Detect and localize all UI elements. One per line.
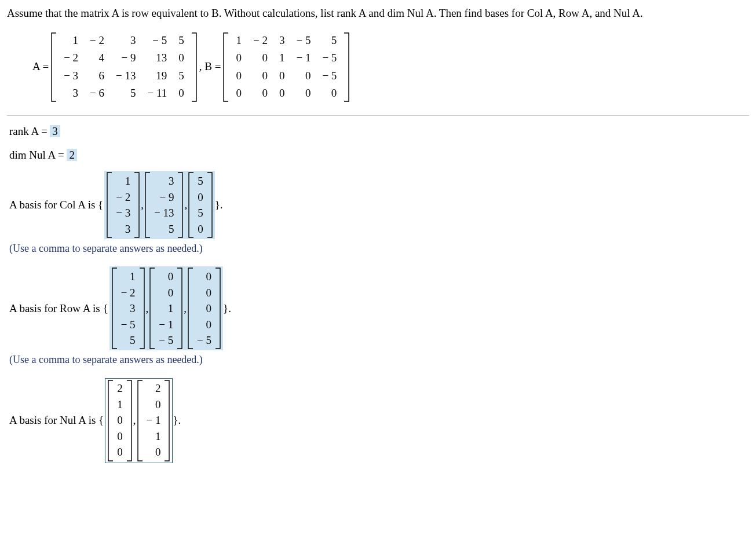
- dimnul-answer: dim Nul A = 2: [9, 148, 749, 163]
- col-basis-set[interactable]: 1− 2− 33,3− 9− 135,5050: [104, 171, 214, 239]
- dimnul-value[interactable]: 2: [67, 149, 77, 161]
- col-basis-row: A basis for Col A is { 1− 2− 33,3− 9− 13…: [9, 171, 749, 239]
- hint-col: (Use a comma to separate answers as need…: [9, 241, 749, 256]
- label-a-equals: A =: [32, 59, 49, 75]
- row-basis-row: A basis for Row A is { 1− 23− 55,001− 1−…: [9, 266, 749, 350]
- close-brace: }.: [173, 413, 181, 428]
- row-basis-label: A basis for Row A is {: [9, 301, 108, 317]
- row-basis-set[interactable]: 1− 23− 55,001− 1− 5,0000− 5: [109, 266, 223, 350]
- nul-basis-set[interactable]: 21000,20− 110: [105, 378, 173, 463]
- close-brace: }.: [215, 197, 223, 213]
- hint-row: (Use a comma to separate answers as need…: [9, 353, 749, 367]
- divider: [7, 115, 749, 116]
- label-b-equals: , B =: [199, 59, 221, 75]
- dimnul-label: dim Nul A =: [9, 149, 67, 161]
- question-text: Assume that the matrix A is row equivale…: [7, 6, 749, 21]
- rank-label: rank A =: [9, 125, 50, 137]
- rank-value[interactable]: 3: [50, 125, 60, 137]
- nul-basis-row: A basis for Nul A is { 21000,20− 110 }.: [9, 378, 749, 463]
- col-basis-label: A basis for Col A is {: [9, 197, 103, 213]
- matrix-equation: A = 1− 23− 55− 24− 9130− 36− 131953− 65−…: [30, 32, 749, 102]
- close-brace: }.: [223, 301, 231, 317]
- nul-basis-label: A basis for Nul A is {: [9, 413, 104, 428]
- rank-answer: rank A = 3: [9, 124, 749, 140]
